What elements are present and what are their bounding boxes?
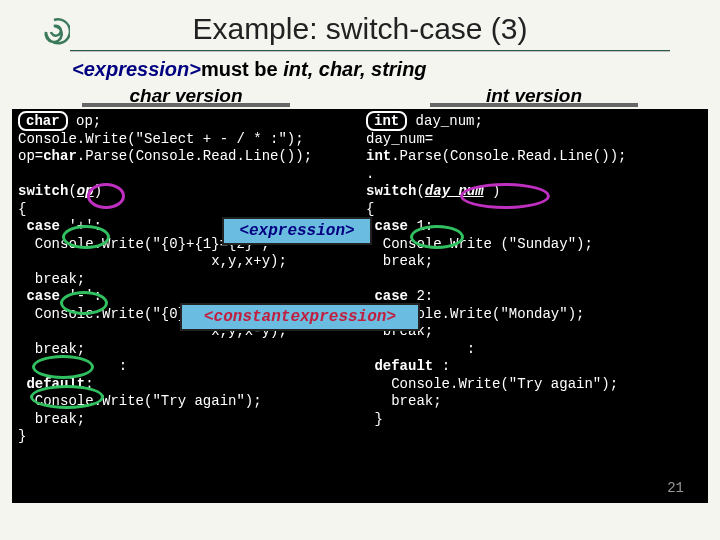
break-oval [32,355,94,379]
subtitle-expression: <expression> [72,58,201,80]
code-area: char op; Console.Write("Select + - / * :… [12,109,708,503]
constant-expression-callout: <constantexpression> [180,303,420,331]
char-version-label: char version [12,83,360,109]
case-plus-oval [62,225,110,249]
daynum-highlight-oval [460,183,550,209]
slide-title: Example: switch-case (3) [0,0,720,50]
subtitle: <expression>must be int, char, string [72,58,648,81]
case-minus-oval [60,291,108,315]
version-headers: char version int version [12,83,708,109]
op-highlight-oval [87,183,125,209]
expression-callout: <expression> [222,217,372,245]
case-one-oval [410,225,464,249]
subtitle-must: must be [201,58,278,80]
title-underline [70,50,670,52]
default-oval [30,385,104,409]
int-version-label: int version [360,83,708,109]
slide-number: 21 [667,480,684,498]
subtitle-types: int, char, string [283,58,426,80]
